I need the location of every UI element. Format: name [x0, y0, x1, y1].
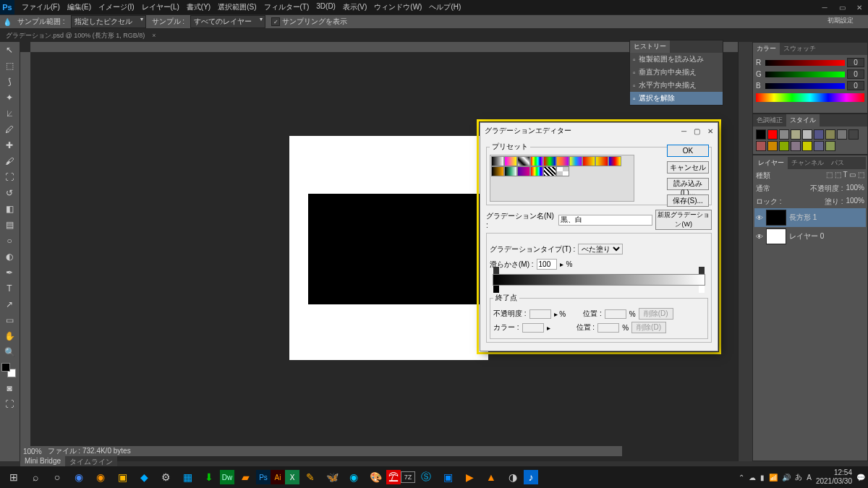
tab-style[interactable]: スタイル	[786, 114, 820, 127]
sublime-icon[interactable]: ▰	[234, 467, 256, 487]
g-slider[interactable]	[765, 72, 845, 77]
ok-button[interactable]: OK	[667, 145, 709, 157]
taskbar-clock[interactable]: 12:54 2021/03/30	[816, 468, 852, 486]
style-swatch[interactable]	[802, 141, 812, 151]
r-slider[interactable]	[765, 60, 845, 66]
gradient-type-select[interactable]: べた塗り	[578, 244, 623, 254]
skype-icon[interactable]: Ⓢ	[415, 467, 437, 487]
save-button[interactable]: 保存(S)...	[667, 194, 709, 207]
explorer-icon[interactable]: ▣	[111, 467, 133, 487]
notification-icon[interactable]: 💬	[856, 474, 865, 481]
smoothness-input[interactable]	[537, 259, 557, 270]
tab-layers[interactable]: レイヤー	[754, 157, 788, 169]
app-icon-10[interactable]: ▶	[459, 467, 480, 487]
tab-paths[interactable]: パス	[827, 157, 848, 169]
photoshop-icon[interactable]: Ps	[256, 470, 271, 484]
menu-type[interactable]: 書式(Y)	[184, 1, 213, 14]
hand-tool-icon[interactable]: ✋	[1, 329, 18, 343]
dodge-tool-icon[interactable]: ◐	[1, 249, 18, 264]
tab-swatch[interactable]: スウォッチ	[780, 43, 820, 55]
app-icon-9[interactable]: ▣	[437, 467, 459, 487]
menu-help[interactable]: ヘルプ(H)	[426, 1, 464, 14]
preset-swatch[interactable]	[491, 156, 504, 166]
chrome-icon[interactable]: ◉	[68, 467, 90, 487]
new-gradient-button[interactable]: 新規グラデーション(W)	[655, 210, 712, 230]
app-icon-7[interactable]: 🎨	[365, 467, 386, 487]
tray-wifi-icon[interactable]: 📶	[769, 474, 778, 481]
tab-color[interactable]: カラー	[753, 43, 780, 55]
preset-swatch[interactable]	[569, 156, 582, 166]
app-icon-6[interactable]: ◉	[343, 467, 365, 487]
sample-dropdown[interactable]: 指定したピクセル	[71, 15, 146, 28]
crop-tool-icon[interactable]: ⟀	[1, 106, 18, 121]
show-sampling-checkbox[interactable]: サンプリングを表示	[271, 17, 347, 27]
eyedropper-tool-icon[interactable]: 🖊	[1, 122, 18, 137]
tray-up-icon[interactable]: ⌃	[739, 474, 744, 481]
menu-select[interactable]: 選択範囲(S)	[215, 1, 259, 14]
zoom-level[interactable]: 100%	[23, 448, 42, 455]
layers-fill[interactable]: 100%	[846, 197, 864, 207]
tray-vol-icon[interactable]: 🔊	[782, 474, 791, 481]
layer-row[interactable]: 👁長方形 1	[754, 208, 866, 227]
maximize-icon[interactable]: ▭	[833, 1, 851, 14]
b-value[interactable]: 0	[847, 81, 864, 90]
menu-view[interactable]: 表示(V)	[340, 1, 370, 14]
vlc-icon[interactable]: ▲	[480, 467, 502, 487]
style-swatch[interactable]	[791, 129, 801, 140]
canvas-rectangle[interactable]	[308, 194, 491, 304]
tab-minibridge[interactable]: Mini Bridge	[20, 456, 65, 466]
excel-icon[interactable]: X	[285, 470, 299, 484]
cortana-icon[interactable]: ○	[46, 467, 68, 487]
opacity-stop-right[interactable]	[699, 267, 705, 274]
gradient-bar[interactable]	[493, 274, 705, 286]
start-icon[interactable]: ⊞	[3, 467, 25, 487]
zoom-tool-icon[interactable]: 🔍	[1, 345, 18, 359]
tray-ime-a-icon[interactable]: A	[807, 474, 812, 481]
r-value[interactable]: 0	[847, 58, 864, 67]
stamp-tool-icon[interactable]: ⛶	[1, 170, 18, 184]
eyedropper-icon[interactable]: 💧	[3, 18, 12, 26]
eraser-tool-icon[interactable]: ◧	[1, 202, 18, 216]
app-icon-1[interactable]: ◆	[133, 467, 155, 487]
layers-opacity[interactable]: 100%	[846, 184, 864, 194]
document-tab[interactable]: グラデーション.psd @ 100% (長方形 1, RGB/8) ×	[0, 29, 868, 42]
app-icon-8[interactable]: 7Z	[401, 471, 415, 483]
layers-mode[interactable]: 通常	[756, 184, 770, 194]
load-button[interactable]: 読み込み(L)...	[667, 178, 709, 190]
preset-swatch[interactable]	[517, 166, 530, 176]
history-item[interactable]: ▫水平方向中央揃え	[630, 79, 723, 92]
style-swatch[interactable]	[756, 141, 766, 151]
firefox-icon[interactable]: ◉	[90, 467, 111, 487]
preset-swatch[interactable]	[543, 166, 556, 176]
style-swatch[interactable]	[756, 129, 766, 140]
tray-battery-icon[interactable]: ▮	[760, 474, 765, 481]
document-close-icon[interactable]: ×	[152, 32, 156, 39]
dialog-maximize-icon[interactable]: ▢	[694, 127, 700, 135]
quickmask-icon[interactable]: ◙	[1, 381, 18, 395]
menu-filter[interactable]: フィルター(T)	[261, 1, 312, 14]
close-icon[interactable]: ✕	[851, 1, 868, 14]
menu-layer[interactable]: レイヤー(L)	[139, 1, 182, 14]
preset-swatch[interactable]	[556, 166, 569, 176]
preset-swatch[interactable]	[543, 156, 556, 166]
preset-swatch[interactable]	[517, 156, 530, 166]
minimize-icon[interactable]: ─	[816, 1, 833, 14]
fg-color[interactable]	[1, 363, 10, 372]
blur-tool-icon[interactable]: ○	[1, 234, 18, 248]
style-swatch[interactable]	[779, 129, 789, 140]
heal-tool-icon[interactable]: ✚	[1, 138, 18, 153]
spectrum-bar[interactable]	[756, 93, 864, 102]
preset-swatch[interactable]	[582, 156, 595, 166]
brush-tool-icon[interactable]: 🖌	[1, 154, 18, 168]
style-swatch[interactable]	[791, 141, 801, 151]
preset-swatch[interactable]	[504, 156, 517, 166]
tray-ime-icon[interactable]: あ	[795, 472, 802, 482]
app-icon-5[interactable]: 🦋	[321, 467, 343, 487]
g-value[interactable]: 0	[847, 69, 864, 79]
layer-thumb[interactable]	[766, 228, 786, 244]
shape-tool-icon[interactable]: ▭	[1, 313, 18, 328]
style-swatch[interactable]	[814, 141, 824, 151]
preset-swatch[interactable]	[491, 166, 504, 176]
dialog-minimize-icon[interactable]: ─	[681, 127, 686, 135]
color-stop-right[interactable]	[699, 286, 705, 293]
